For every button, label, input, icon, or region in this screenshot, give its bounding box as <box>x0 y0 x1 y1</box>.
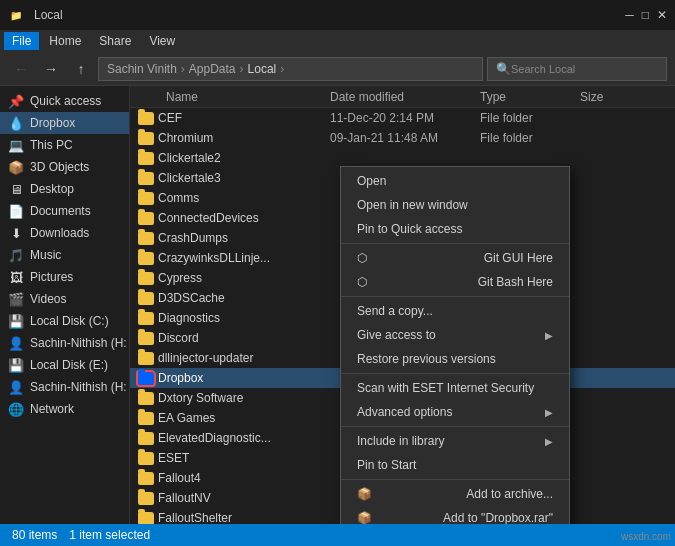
file-name-cell: Clickertale3 <box>130 171 330 185</box>
file-name-cell: Discord <box>130 331 330 345</box>
menu-home[interactable]: Home <box>41 32 89 50</box>
menu-file[interactable]: File <box>4 32 39 50</box>
sidebar-item-downloads[interactable]: ⬇ Downloads <box>0 222 129 244</box>
sidebar-item-local-disk-c[interactable]: 💾 Local Disk (C:) <box>0 310 129 332</box>
col-header-date[interactable]: Date modified <box>330 90 480 104</box>
folder-icon <box>138 352 154 365</box>
sidebar-label-documents: Documents <box>30 204 91 218</box>
ctx-advanced-options[interactable]: Advanced options ▶ <box>341 400 569 424</box>
sidebar-label-videos: Videos <box>30 292 66 306</box>
file-name-cell: Comms <box>130 191 330 205</box>
folder-icon <box>138 232 154 245</box>
back-button[interactable]: ← <box>8 56 34 82</box>
archive-icon: 📦 <box>357 487 372 501</box>
ctx-pin-start[interactable]: Pin to Start <box>341 453 569 477</box>
sidebar-item-this-pc[interactable]: 💻 This PC <box>0 134 129 156</box>
file-name-cell: Dxtory Software <box>130 391 330 405</box>
sidebar-label-dropbox: Dropbox <box>30 116 75 130</box>
sidebar-label-pictures: Pictures <box>30 270 73 284</box>
forward-button[interactable]: → <box>38 56 64 82</box>
file-name-cell: Fallout4 <box>130 471 330 485</box>
file-name-cell: ConnectedDevices <box>130 211 330 225</box>
file-area: Name Date modified Type Size CEF 11-Dec-… <box>130 86 675 524</box>
app-icon: 📁 <box>8 7 24 23</box>
ctx-give-access[interactable]: Give access to ▶ <box>341 323 569 347</box>
pictures-icon: 🖼 <box>8 269 24 285</box>
sidebar-item-3d-objects[interactable]: 📦 3D Objects <box>0 156 129 178</box>
sidebar-item-sachin-h[interactable]: 👤 Sachin-Nithish (H: <box>0 332 129 354</box>
title-bar: 📁 Local ─ □ ✕ <box>0 0 675 30</box>
quick-access-icon: 📌 <box>8 93 24 109</box>
file-name-cell: CrazywinksDLLinje... <box>130 251 330 265</box>
folder-icon <box>138 292 154 305</box>
context-menu: Open Open in new window Pin to Quick acc… <box>340 166 570 524</box>
col-header-name[interactable]: Name <box>130 90 330 104</box>
search-icon: 🔍 <box>496 62 511 76</box>
sidebar-label-sachin-h2: Sachin-Nithish (H: <box>30 380 127 394</box>
folder-icon <box>138 212 154 225</box>
3d-objects-icon: 📦 <box>8 159 24 175</box>
folder-icon <box>138 452 154 465</box>
sidebar-item-music[interactable]: 🎵 Music <box>0 244 129 266</box>
arrow-icon-3: ▶ <box>545 436 553 447</box>
ctx-git-gui[interactable]: ⬡Git GUI Here <box>341 246 569 270</box>
sidebar-label-desktop: Desktop <box>30 182 74 196</box>
videos-icon: 🎬 <box>8 291 24 307</box>
folder-icon <box>138 332 154 345</box>
ctx-sep-3 <box>341 373 569 374</box>
sidebar-label-this-pc: This PC <box>30 138 73 152</box>
maximize-btn[interactable]: □ <box>642 8 649 22</box>
search-box[interactable]: 🔍 Search Local <box>487 57 667 81</box>
folder-icon <box>138 492 154 505</box>
main-area: 📌 Quick access 💧 Dropbox 💻 This PC 📦 3D … <box>0 86 675 524</box>
ctx-include-library[interactable]: Include in library ▶ <box>341 429 569 453</box>
documents-icon: 📄 <box>8 203 24 219</box>
ctx-open[interactable]: Open <box>341 169 569 193</box>
sidebar-item-documents[interactable]: 📄 Documents <box>0 200 129 222</box>
sidebar-item-local-disk-e[interactable]: 💾 Local Disk (E:) <box>0 354 129 376</box>
sidebar-label-downloads: Downloads <box>30 226 89 240</box>
table-row[interactable]: Chromium 09-Jan-21 11:48 AM File folder <box>130 128 675 148</box>
menu-view[interactable]: View <box>141 32 183 50</box>
item-count: 80 items <box>12 528 57 542</box>
ctx-sep-4 <box>341 426 569 427</box>
table-row[interactable]: CEF 11-Dec-20 2:14 PM File folder <box>130 108 675 128</box>
file-name-cell: CrashDumps <box>130 231 330 245</box>
ctx-scan-eset[interactable]: Scan with ESET Internet Security <box>341 376 569 400</box>
col-header-size[interactable]: Size <box>580 90 660 104</box>
sidebar-item-network[interactable]: 🌐 Network <box>0 398 129 420</box>
sidebar-item-pictures[interactable]: 🖼 Pictures <box>0 266 129 288</box>
address-bar[interactable]: Sachin Vinith › AppData › Local › <box>98 57 483 81</box>
up-button[interactable]: ↑ <box>68 56 94 82</box>
sidebar-item-videos[interactable]: 🎬 Videos <box>0 288 129 310</box>
file-name-cell: Cypress <box>130 271 330 285</box>
minimize-btn[interactable]: ─ <box>625 8 634 22</box>
archive-icon-2: 📦 <box>357 511 372 524</box>
sidebar-item-quick-access[interactable]: 📌 Quick access <box>0 90 129 112</box>
sidebar-label-sachin-h: Sachin-Nithish (H: <box>30 336 127 350</box>
close-btn[interactable]: ✕ <box>657 8 667 22</box>
ctx-git-bash[interactable]: ⬡Git Bash Here <box>341 270 569 294</box>
table-row[interactable]: Clickertale2 <box>130 148 675 168</box>
file-name-cell: dllinjector-updater <box>130 351 330 365</box>
col-header-type[interactable]: Type <box>480 90 580 104</box>
menu-share[interactable]: Share <box>91 32 139 50</box>
sidebar-item-desktop[interactable]: 🖥 Desktop <box>0 178 129 200</box>
toolbar: ← → ↑ Sachin Vinith › AppData › Local › … <box>0 52 675 86</box>
ctx-pin-quick-access[interactable]: Pin to Quick access <box>341 217 569 241</box>
ctx-restore-versions[interactable]: Restore previous versions <box>341 347 569 371</box>
items-selected: 1 item selected <box>69 528 150 542</box>
file-name-cell: CEF <box>130 111 330 125</box>
folder-icon <box>138 272 154 285</box>
sidebar-item-sachin-h2[interactable]: 👤 Sachin-Nithish (H: <box>0 376 129 398</box>
ctx-send-copy[interactable]: Send a copy... <box>341 299 569 323</box>
sidebar-item-dropbox[interactable]: 💧 Dropbox <box>0 112 129 134</box>
folder-icon <box>138 172 154 185</box>
downloads-icon: ⬇ <box>8 225 24 241</box>
folder-icon <box>138 132 154 145</box>
arrow-icon: ▶ <box>545 330 553 341</box>
ctx-add-archive[interactable]: 📦Add to archive... <box>341 482 569 506</box>
ctx-open-new-window[interactable]: Open in new window <box>341 193 569 217</box>
ctx-add-dropbox-rar[interactable]: 📦Add to "Dropbox.rar" <box>341 506 569 524</box>
sachin-h2-icon: 👤 <box>8 379 24 395</box>
